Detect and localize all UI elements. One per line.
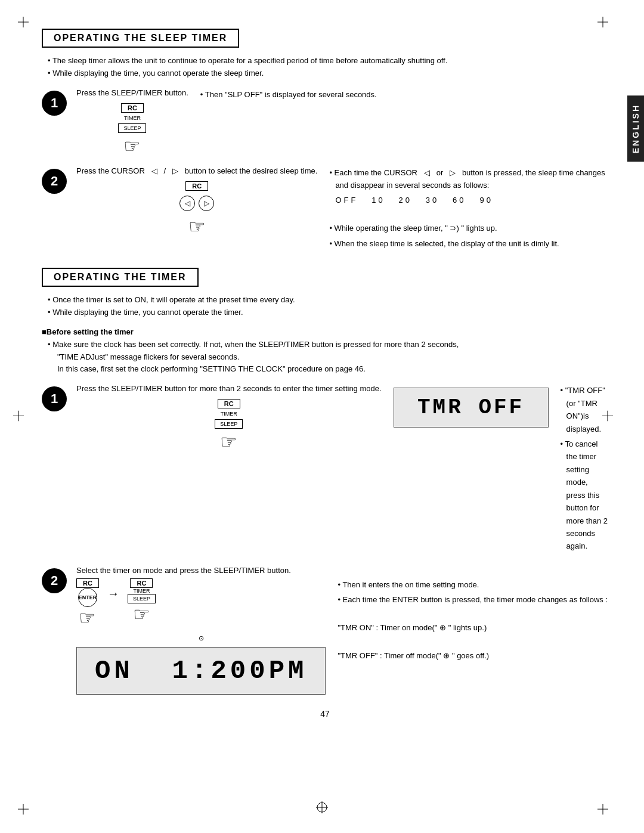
timer-step-1-timer-label: TIMER — [221, 411, 237, 417]
before-setting-note-1: • Make sure the clock has been set corre… — [48, 339, 608, 351]
timer-step-2-notes: • Then it enters the on time setting mod… — [338, 578, 608, 665]
sleep-step-1-hand-icon: ☞ — [123, 137, 141, 156]
crop-mark-bl — [18, 804, 29, 816]
timer-step-2-sleep-btn: SLEEP — [128, 594, 156, 603]
page-number: 47 — [42, 709, 608, 719]
timer-step-1-note-2: • To cancel the timer setting mode, pres… — [561, 438, 608, 553]
crop-mark-tr — [597, 17, 608, 29]
timer-step-1-hand-icon: ☞ — [220, 432, 237, 451]
sleep-step-1-row: 1 Press the SLEEP/TIMER button. RC TIMER… — [42, 88, 608, 156]
timer-step-2-enter-btn[interactable]: ENTER — [78, 588, 97, 607]
crop-mark-br — [597, 804, 608, 816]
timer-step-2-hand-left: ☞ — [79, 608, 96, 627]
sleep-step-1-circle: 1 — [42, 91, 67, 116]
sleep-step-1-sleep-btn: SLEEP — [118, 123, 146, 133]
timer-step-1-rc: RC — [218, 399, 240, 408]
timer-step-1-display-area: TMR OFF — [394, 384, 549, 428]
sleep-timer-bullet-1: • The sleep timer allows the unit to con… — [48, 55, 608, 67]
timer-step-1-content: Press the SLEEP/TIMER button for more th… — [76, 384, 608, 555]
timer-bullet-1: • Once the timer is set to ON, it will o… — [48, 294, 608, 306]
sleep-step-2-right-arrow[interactable]: ▷ — [199, 196, 214, 211]
sleep-step-2-sequence: OFF 10 20 30 60 90 — [335, 194, 608, 206]
sleep-step-2-cursor-btns: ◁ ▷ — [179, 196, 214, 211]
sleep-step-1-rc: RC — [121, 103, 144, 113]
timer-bullets: • Once the timer is set to ON, it will o… — [42, 294, 608, 319]
crop-mark-ml — [13, 410, 24, 423]
sleep-step-2-content: Press the CURSOR ◁ / ▷ button to select … — [76, 166, 608, 253]
sleep-timer-bullets: • The sleep timer allows the unit to con… — [42, 55, 608, 80]
sleep-step-2-note-3: • When the sleep time is selected, the d… — [329, 237, 608, 250]
crop-mark-mr — [602, 410, 613, 423]
timer-step-1-row: 1 Press the SLEEP/TIMER button for more … — [42, 384, 608, 555]
timer-step-2-rc-left: RC — [76, 578, 99, 588]
timer-bullet-2: • While displaying the time, you cannot … — [48, 306, 608, 319]
sleep-step-1-timer-label: TIMER — [124, 115, 141, 121]
timer-step-2-clock-icon: ⊙ — [76, 634, 326, 642]
timer-step-2-note-1: • Then it enters the on time setting mod… — [338, 578, 608, 591]
before-setting-note-2: "TIME ADJust" message flickers for sever… — [57, 351, 608, 364]
crop-mark-tl — [18, 17, 29, 29]
sleep-step-2-note-2: • While operating the sleep timer, " ⊃) … — [329, 222, 608, 234]
timer-step-2-diagram: RC ENTER ☞ → RC TIMER SLEEP ☞ — [76, 578, 326, 695]
sleep-timer-title: OPERATING THE SLEEP TIMER — [42, 29, 239, 48]
timer-step-2-label: Select the timer on mode and press the S… — [76, 566, 608, 575]
sleep-step-2-circle: 2 — [42, 169, 67, 194]
sleep-timer-bullet-2: • While displaying the time, you cannot … — [48, 67, 608, 80]
timer-step-2-timer-label: TIMER — [133, 588, 150, 594]
timer-step-2-arrow: → — [107, 587, 119, 600]
before-setting-label: ■Before setting the timer — [42, 327, 608, 336]
timer-step-1-display: TMR OFF — [394, 388, 549, 428]
timer-step-2-display: ON 1:200PM — [76, 647, 326, 695]
timer-section: OPERATING THE TIMER • Once the timer is … — [42, 263, 608, 695]
timer-step-2-tmr-on-note: "TMR ON" : Timer on mode(" ⊕ " lights up… — [338, 621, 608, 634]
timer-step-2-row: 2 Select the timer on mode and press the… — [42, 566, 608, 695]
sleep-step-2-row: 2 Press the CURSOR ◁ / ▷ button to selec… — [42, 166, 608, 253]
page: ENGLISH OPERATING THE SLEEP TIMER • The … — [0, 0, 644, 833]
sleep-step-2-notes: • Each time the CURSOR ◁ or ▷ button is … — [329, 166, 608, 253]
registration-mark-bottom — [315, 800, 329, 816]
before-setting-note-3: In this case, first set the clock perfor… — [57, 363, 608, 376]
timer-step-1-circle: 1 — [42, 386, 67, 411]
timer-step-2-rc-right-group: RC TIMER SLEEP ☞ — [128, 578, 156, 624]
sleep-step-1-label: Press the SLEEP/TIMER button. — [76, 88, 188, 97]
timer-step-1-diagram: Press the SLEEP/TIMER button for more th… — [76, 384, 382, 451]
sleep-step-2-hand-icon: ☞ — [188, 217, 206, 236]
timer-step-2-rc-row: RC ENTER ☞ → RC TIMER SLEEP ☞ — [76, 578, 156, 627]
timer-step-2-display-area: ⊙ ON 1:200PM — [76, 634, 326, 695]
timer-title: OPERATING THE TIMER — [42, 268, 199, 287]
english-tab: ENGLISH — [627, 95, 644, 162]
sleep-step-2-diagram: Press the CURSOR ◁ / ▷ button to select … — [76, 166, 317, 236]
timer-step-2-rc-right: RC — [130, 578, 153, 588]
sleep-step-1-note-1: • Then "SLP OFF" is displayed for severa… — [200, 88, 608, 101]
timer-step-2-note-2: • Each time the ENTER button is pressed,… — [338, 593, 608, 606]
timer-step-1-note-1: • "TMR OFF"(or "TMR ON")is displayed. — [561, 384, 608, 435]
timer-step-2-content: Select the timer on mode and press the S… — [76, 566, 608, 695]
timer-step-2-tmr-off-note: "TMR OFF" : Timer off mode(" ⊕ " goes of… — [338, 649, 608, 662]
sleep-step-2-rc: RC — [185, 181, 208, 191]
sleep-step-2-note-1: • Each time the CURSOR ◁ or ▷ button is … — [329, 166, 608, 192]
sleep-step-1-content: Press the SLEEP/TIMER button. RC TIMER S… — [76, 88, 608, 156]
timer-step-2-rc-left-group: RC ENTER ☞ — [76, 578, 99, 627]
sleep-step-1-diagram: Press the SLEEP/TIMER button. RC TIMER S… — [76, 88, 188, 156]
timer-step-1-notes: • "TMR OFF"(or "TMR ON")is displayed. • … — [561, 384, 608, 555]
timer-step-2-circle: 2 — [42, 568, 67, 593]
sleep-step-1-notes: • Then "SLP OFF" is displayed for severa… — [200, 88, 608, 103]
sleep-timer-section: OPERATING THE SLEEP TIMER • The sleep ti… — [42, 24, 608, 252]
timer-step-1-label: Press the SLEEP/TIMER button for more th… — [76, 384, 382, 393]
timer-step-2-hand-right: ☞ — [133, 605, 150, 624]
sleep-step-2-label: Press the CURSOR ◁ / ▷ button to select … — [76, 166, 317, 175]
timer-step-1-sleep-btn: SLEEP — [215, 419, 243, 429]
before-setting-notes: • Make sure the clock has been set corre… — [42, 339, 608, 376]
sleep-step-2-left-arrow[interactable]: ◁ — [179, 196, 195, 211]
